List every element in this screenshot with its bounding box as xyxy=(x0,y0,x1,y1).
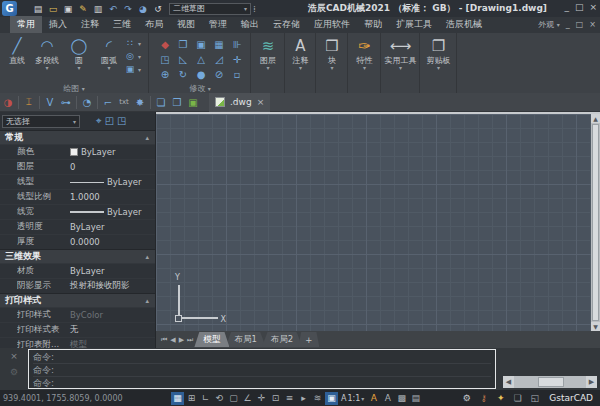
autoscale-icon[interactable]: A xyxy=(381,392,394,405)
tab-cloud[interactable]: 云存储 xyxy=(266,16,307,33)
mech-tolerance-icon[interactable]: ⊶ xyxy=(58,95,74,110)
scroll-up-icon[interactable]: ▲ xyxy=(591,114,600,123)
property-row-transparency[interactable]: 透明度 ByLayer xyxy=(0,219,155,234)
tab-annotate[interactable]: 注释 xyxy=(74,16,106,33)
command-window[interactable]: 命令: 命令: 命令: xyxy=(28,349,496,389)
polar-toggle-icon[interactable]: ⟲ xyxy=(213,392,226,405)
ortho-toggle-icon[interactable]: ∟ xyxy=(199,392,212,405)
mech-roughness-icon[interactable]: ◔ xyxy=(79,95,95,110)
property-row-shadow[interactable]: 阴影显示 投射和接收阴影 xyxy=(0,278,155,293)
new-file-icon[interactable]: ▤ xyxy=(31,2,45,16)
section-plot-style[interactable]: 打印样式 ▴ xyxy=(0,293,155,307)
doc-close-button[interactable]: × xyxy=(589,20,596,29)
qat-expand-icon[interactable]: ⁞ xyxy=(253,4,256,14)
fillet-icon[interactable]: ◿ xyxy=(210,52,228,67)
polyline-tool[interactable]: ◠ 多段线 ▾ xyxy=(32,36,62,70)
point-tool[interactable]: ∷▾ xyxy=(124,37,141,49)
erase-icon[interactable]: ◆ xyxy=(156,37,174,52)
scroll-right-icon[interactable]: ▶ xyxy=(586,376,597,388)
refresh-icon[interactable]: ↺ xyxy=(151,2,165,16)
save-as-icon[interactable]: ✎ xyxy=(76,2,90,16)
offset-icon[interactable]: ◳ xyxy=(156,52,174,67)
mech-table-icon[interactable]: ▣ xyxy=(185,95,201,110)
section-general[interactable]: 常规 ▴ xyxy=(0,130,155,144)
scroll-left-icon[interactable]: ◀ xyxy=(503,376,514,388)
isodraft-icon[interactable]: ▩ xyxy=(395,392,408,405)
mech-parts-list-icon[interactable]: ❐ xyxy=(169,95,185,110)
tab-layout2[interactable]: 布局2 xyxy=(262,332,302,347)
open-file-icon[interactable]: ▭ xyxy=(46,2,60,16)
drawing-canvas[interactable]: Y X xyxy=(156,114,591,331)
snap-toggle-icon[interactable]: ▦ xyxy=(171,392,184,405)
add-layout-button[interactable]: + xyxy=(298,332,319,347)
mech-standard-icon[interactable]: ◑ xyxy=(0,95,16,110)
quick-properties-icon[interactable]: ▤ xyxy=(409,392,422,405)
minimize-button[interactable]: _ xyxy=(564,2,569,12)
workspace-icon[interactable]: ◕ xyxy=(136,2,150,16)
customize-gear-icon[interactable]: ⚙ xyxy=(10,367,18,377)
isolate-objects-icon[interactable]: ≋ xyxy=(311,392,324,405)
move-icon[interactable]: ⊕ xyxy=(156,67,174,82)
align-icon[interactable]: ⊪ xyxy=(228,37,246,52)
trim-icon[interactable]: ⊘ xyxy=(210,67,228,82)
selection-dropdown[interactable]: 无选择 ▾ xyxy=(2,115,80,128)
tab-manage[interactable]: 管理 xyxy=(202,16,234,33)
tab-mechanical[interactable]: 浩辰机械 xyxy=(439,16,489,33)
osnap-toggle-icon[interactable]: ▢ xyxy=(227,392,240,405)
osnap3d-toggle-icon[interactable]: ∠ xyxy=(241,392,254,405)
horizontal-scroll-thumb[interactable] xyxy=(538,377,564,387)
lineweight-toggle-icon[interactable]: ≡ xyxy=(283,392,296,405)
explode-icon[interactable]: ▫ xyxy=(228,67,246,82)
clean-screen-icon[interactable]: ❏ xyxy=(511,392,524,405)
mech-text-icon[interactable]: txt xyxy=(116,95,132,110)
last-tab-icon[interactable]: ⏭ xyxy=(187,336,193,344)
doc-minimize-button[interactable]: _ xyxy=(566,20,570,29)
property-row-plot-style[interactable]: 打印样式 ByColor xyxy=(0,307,155,322)
mech-dimension-icon[interactable]: ⌶ xyxy=(21,95,37,110)
mech-symbol-icon[interactable]: V xyxy=(42,95,58,110)
tab-help[interactable]: 帮助 xyxy=(357,16,389,33)
stretch-icon[interactable]: ◺ xyxy=(174,52,192,67)
tab-home[interactable]: 常用 xyxy=(10,16,42,33)
grid-toggle-icon[interactable]: ⊞ xyxy=(185,392,198,405)
tab-view[interactable]: 视图 xyxy=(170,16,202,33)
ducs-toggle-icon[interactable]: ⊡ xyxy=(269,392,282,405)
maximize-button[interactable]: □ xyxy=(575,2,584,12)
lock-ui-icon[interactable]: ⚷ xyxy=(477,392,490,405)
command-input-line[interactable]: 命令: xyxy=(33,377,491,389)
tab-layout[interactable]: 布局 xyxy=(138,16,170,33)
tab-output[interactable]: 输出 xyxy=(234,16,266,33)
selection-cycling-icon[interactable]: ▸ xyxy=(297,392,310,405)
property-row-lineweight[interactable]: 线宽 ByLayer xyxy=(0,204,155,219)
annotation-visibility-icon[interactable]: A xyxy=(367,392,380,405)
mech-burst-icon[interactable]: ✸ xyxy=(132,95,148,110)
tab-model[interactable]: 模型 xyxy=(194,332,229,347)
prev-tab-icon[interactable]: ◀ xyxy=(170,336,175,344)
doc-restore-button[interactable]: □ xyxy=(576,20,584,29)
settings-gear-icon[interactable]: ⚙ xyxy=(460,392,473,405)
close-icon[interactable]: × xyxy=(257,97,265,107)
print-icon[interactable]: ▥ xyxy=(91,2,105,16)
hardware-accel-icon[interactable]: ✦ xyxy=(494,392,507,405)
dynamic-input-toggle-icon[interactable]: ▣ xyxy=(325,392,338,405)
document-tab[interactable]: .dwg × xyxy=(209,93,270,112)
next-tab-icon[interactable]: ▶ xyxy=(179,336,184,344)
select-objects-icon[interactable]: ◰ xyxy=(105,115,114,127)
snap-center-icon[interactable]: ✛ xyxy=(228,52,246,67)
close-button[interactable]: × xyxy=(589,2,597,12)
rectangle-tool[interactable]: ▣▾ xyxy=(124,63,141,75)
save-icon[interactable]: ▣ xyxy=(61,2,75,16)
horizontal-scrollbar[interactable]: ◀ ▶ xyxy=(503,376,597,388)
arc-tool[interactable]: ◜ 圆弧 ▾ xyxy=(94,36,124,70)
panel-modify-footer[interactable]: 修改 ▾ xyxy=(150,83,250,93)
utilities-tool[interactable]: ⟷ 实用工具 ▾ xyxy=(382,36,419,70)
tab-layout1[interactable]: 布局1 xyxy=(225,332,265,347)
undo-icon[interactable]: ↶ xyxy=(106,2,120,16)
scroll-down-icon[interactable]: ▼ xyxy=(591,322,600,331)
line-tool[interactable]: ╱ 直线 xyxy=(2,36,32,65)
property-row-plot-table[interactable]: 打印样式表 无 xyxy=(0,322,155,337)
property-row-color[interactable]: 颜色 ByLayer xyxy=(0,144,155,159)
copy-icon[interactable]: ❐ xyxy=(174,37,192,52)
toggle-pickadd-icon[interactable]: ◳ xyxy=(117,115,126,127)
section-3d-effects[interactable]: 三维效果 ▴ xyxy=(0,249,155,263)
